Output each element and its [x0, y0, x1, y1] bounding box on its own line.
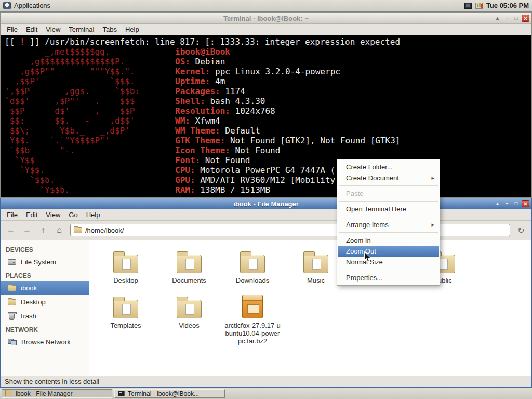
system-monitor-tray-icon[interactable] — [475, 3, 483, 9]
file-arcticfox-archive[interactable]: arcticfox-27.9.17-ubuntu10.04-powerpc.ta… — [221, 291, 284, 352]
file-desktop[interactable]: Desktop — [94, 246, 157, 291]
shade-button[interactable]: ▴ — [494, 200, 501, 207]
minimize-button[interactable]: – — [503, 15, 511, 22]
desktop: Applications Tue 05:06 PM Terminal - ibo… — [0, 0, 532, 399]
file-list-area[interactable]: Desktop Documents Downloads Music — [89, 240, 531, 376]
network-icon — [8, 339, 17, 345]
terminal-output[interactable]: [[ ! ]] /usr/bin/screenfetch: line 817: … — [1, 35, 531, 197]
sidebar-item-trash[interactable]: Trash — [1, 309, 89, 323]
desktop-folder-icon — [8, 299, 16, 305]
menu-item-zoom-out[interactable]: Zoom Out — [338, 246, 439, 257]
menu-item-arrange-items[interactable]: Arrange Items ▸ — [338, 219, 439, 230]
drive-icon — [8, 259, 16, 265]
up-button[interactable]: ↑ — [36, 223, 50, 237]
fm-menu-go[interactable]: Go — [65, 210, 81, 220]
terminal-menu-edit[interactable]: Edit — [22, 24, 41, 34]
menu-separator — [339, 217, 438, 217]
terminal-menu-view[interactable]: View — [42, 24, 64, 34]
menu-separator — [339, 185, 438, 186]
file-manager-title: ibook - File Manager — [1, 200, 531, 208]
fm-menu-edit[interactable]: Edit — [22, 210, 41, 220]
context-menu: Create Folder... Create Document ▸ Paste… — [337, 159, 440, 286]
panel-tray: Tue 05:06 PM — [464, 2, 529, 9]
back-button[interactable]: ← — [4, 223, 18, 237]
status-text: Show the contents in less detail — [5, 378, 99, 385]
terminal-titlebar[interactable]: Terminal - ibook@iBook: ~ ▴ – □ ✕ — [1, 13, 531, 24]
folder-icon — [177, 300, 202, 318]
menu-item-paste: Paste — [338, 188, 439, 199]
maximize-button[interactable]: □ — [512, 15, 520, 22]
submenu-arrow-icon: ▸ — [431, 219, 434, 230]
terminal-icon — [118, 391, 125, 396]
shade-button[interactable]: ▴ — [494, 15, 501, 22]
menu-item-create-folder[interactable]: Create Folder... — [338, 162, 439, 172]
top-panel: Applications Tue 05:06 PM — [0, 0, 532, 11]
applications-menu[interactable]: Applications — [3, 2, 50, 9]
taskbar-button-file-manager[interactable]: ibook - File Manager — [2, 389, 112, 398]
sidebar-item-browse-network[interactable]: Browse Network — [1, 335, 89, 349]
file-downloads[interactable]: Downloads — [221, 246, 284, 291]
menu-item-create-document[interactable]: Create Document ▸ — [338, 172, 439, 183]
sidebar-item-ibook[interactable]: ibook — [1, 281, 89, 295]
file-manager-window-controls: ▴ – □ ✕ — [494, 200, 531, 207]
file-manager-titlebar[interactable]: ibook - File Manager ▴ – □ ✕ — [1, 198, 531, 209]
folder-icon — [113, 255, 138, 273]
file-videos[interactable]: Videos — [157, 291, 221, 352]
file-documents[interactable]: Documents — [157, 246, 221, 291]
terminal-error-line: [[ ! ]] /usr/bin/screenfetch: line 817: … — [5, 37, 527, 47]
applications-menu-icon — [3, 2, 11, 9]
menu-separator — [339, 201, 438, 202]
home-folder-icon — [8, 285, 16, 291]
file-manager-window: ibook - File Manager ▴ – □ ✕ File Edit V… — [0, 198, 532, 388]
file-manager-menubar: File Edit View Go Help — [1, 209, 531, 221]
terminal-menu-help[interactable]: Help — [122, 24, 143, 34]
menu-item-open-terminal-here[interactable]: Open Terminal Here — [338, 204, 439, 215]
archive-icon — [242, 295, 263, 318]
terminal-menu-terminal[interactable]: Terminal — [65, 24, 98, 34]
forward-button[interactable]: → — [20, 223, 34, 237]
folder-icon — [240, 255, 265, 273]
terminal-window-controls: ▴ – □ ✕ — [494, 15, 531, 22]
sidebar-header-devices: DEVICES — [1, 243, 89, 255]
taskbar: ibook - File Manager Terminal - ibook@iB… — [0, 388, 532, 399]
sidebar-header-network: NETWORK — [1, 323, 89, 335]
file-manager-statusbar: Show the contents in less detail — [1, 376, 531, 387]
fm-menu-view[interactable]: View — [42, 210, 64, 220]
reload-button[interactable]: ↻ — [514, 223, 528, 237]
path-input[interactable] — [85, 227, 507, 234]
terminal-menu-tabs[interactable]: Tabs — [99, 24, 120, 34]
close-button[interactable]: ✕ — [522, 200, 529, 207]
menu-separator — [339, 232, 438, 233]
fm-menu-file[interactable]: File — [3, 210, 21, 220]
path-folder-icon — [74, 227, 82, 233]
minimize-button[interactable]: – — [503, 200, 511, 207]
terminal-menubar: File Edit View Terminal Tabs Help — [1, 24, 531, 35]
menu-item-normal-size[interactable]: Normal Size — [338, 257, 439, 268]
fm-menu-help[interactable]: Help — [83, 210, 104, 220]
terminal-title: Terminal - ibook@iBook: ~ — [1, 15, 531, 22]
file-templates[interactable]: Templates — [94, 291, 157, 352]
menu-item-properties[interactable]: Properties... — [338, 272, 439, 283]
mouse-cursor — [364, 251, 371, 263]
submenu-arrow-icon: ▸ — [431, 172, 434, 183]
taskbar-button-terminal[interactable]: Terminal - ibook@iBook... — [114, 389, 225, 398]
sidebar-item-desktop[interactable]: Desktop — [1, 295, 89, 309]
file-manager-toolbar: ← → ↑ ⌂ ↻ — [1, 221, 531, 240]
sidebar-header-places: PLACES — [1, 269, 89, 281]
menu-separator — [339, 270, 438, 270]
display-tray-icon[interactable] — [464, 3, 472, 9]
sidebar-item-file-system[interactable]: File System — [1, 255, 89, 269]
folder-icon — [303, 255, 328, 273]
trash-icon — [9, 313, 15, 320]
folder-icon — [177, 255, 202, 273]
folder-icon — [113, 300, 138, 318]
maximize-button[interactable]: □ — [512, 200, 520, 207]
terminal-menu-file[interactable]: File — [3, 24, 21, 34]
close-button[interactable]: ✕ — [522, 15, 529, 22]
terminal-window: Terminal - ibook@iBook: ~ ▴ – □ ✕ File E… — [0, 12, 532, 198]
path-bar — [70, 224, 510, 236]
home-button[interactable]: ⌂ — [52, 223, 66, 237]
menu-item-zoom-in[interactable]: Zoom In — [338, 235, 439, 246]
clock[interactable]: Tue 05:06 PM — [486, 2, 529, 9]
file-manager-icon — [5, 391, 12, 396]
